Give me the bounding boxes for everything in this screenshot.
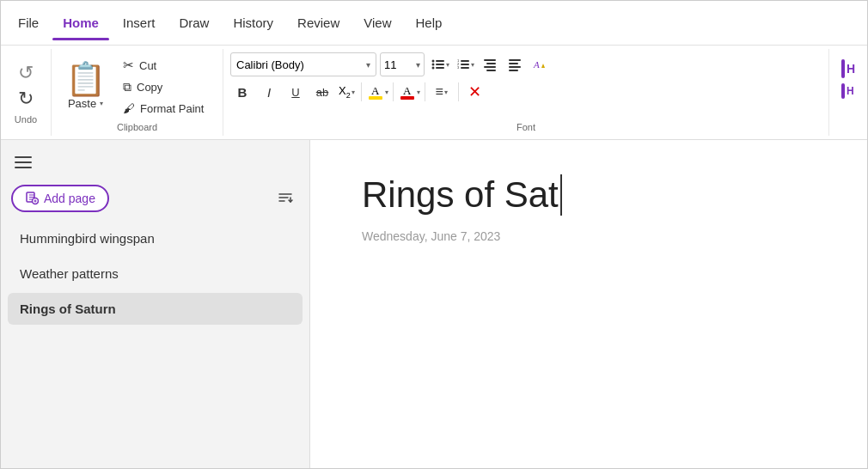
font-size-select[interactable]: 11 ▾ xyxy=(380,52,425,76)
hamburger-button[interactable] xyxy=(11,150,35,174)
format-paint-label: Format Paint xyxy=(140,102,204,115)
cut-label: Cut xyxy=(139,59,156,72)
title-row: Rings of Sat xyxy=(362,174,816,222)
numbered-list-button[interactable]: 1 2 3 ▾ xyxy=(453,52,477,76)
heading1-label: H xyxy=(847,62,855,76)
svg-rect-19 xyxy=(509,70,518,71)
menu-review[interactable]: Review xyxy=(287,10,350,35)
sort-icon xyxy=(277,190,294,207)
undo-button[interactable]: ↺ xyxy=(11,61,40,85)
menu-view[interactable]: View xyxy=(353,10,401,35)
font-label: Font xyxy=(517,122,535,132)
ribbon: ↺ ↻ Undo 📋 Paste ▾ ✂ Cut ⧉ Copy 🖌 Form xyxy=(1,46,867,140)
paste-label: Paste xyxy=(68,97,96,110)
align-arrow[interactable]: ▾ xyxy=(444,88,448,96)
paste-button[interactable]: 📋 Paste ▾ xyxy=(58,54,113,119)
svg-rect-13 xyxy=(486,63,496,64)
align-button[interactable]: ≡ ▾ xyxy=(430,80,454,104)
svg-rect-12 xyxy=(484,59,496,61)
copy-label: Copy xyxy=(137,81,162,94)
clipboard-group: 📋 Paste ▾ ✂ Cut ⧉ Copy 🖌 Format Paint Cl… xyxy=(52,49,223,136)
font-separator-3 xyxy=(425,82,425,101)
redo-button[interactable]: ↻ xyxy=(11,87,40,111)
bullet-list-arrow[interactable]: ▾ xyxy=(446,61,449,69)
font-group: Calibri (Body) ▾ 11 ▾ xyxy=(223,49,829,136)
below-ribbon: Add page Hummingbird wingspan Weather pa… xyxy=(1,140,867,469)
clipboard-actions: ✂ Cut ⧉ Copy 🖌 Format Paint xyxy=(118,54,209,119)
bold-button[interactable]: B xyxy=(230,80,254,104)
font-color-bar xyxy=(400,96,414,100)
bullet-list-button[interactable]: ▾ xyxy=(428,52,452,76)
italic-button[interactable]: I xyxy=(257,80,281,104)
text-style-button[interactable]: A xyxy=(528,52,552,76)
numbered-list-arrow[interactable]: ▾ xyxy=(471,61,474,69)
svg-point-0 xyxy=(431,60,434,63)
copy-button[interactable]: ⧉ Copy xyxy=(118,77,209,97)
svg-rect-3 xyxy=(436,64,444,65)
menu-draw[interactable]: Draw xyxy=(168,10,219,35)
hamburger-line-1 xyxy=(15,156,32,158)
add-page-icon xyxy=(25,192,39,205)
undo-label: Undo xyxy=(15,114,37,125)
add-page-button[interactable]: Add page xyxy=(11,185,109,212)
highlight-arrow[interactable]: ▾ xyxy=(385,88,388,96)
subscript-button[interactable]: X2 ▾ xyxy=(337,82,357,101)
font-color-icon: A xyxy=(398,84,417,100)
subscript-icon: X2 xyxy=(339,84,351,100)
cut-button[interactable]: ✂ Cut xyxy=(118,55,209,76)
font-size-value: 11 xyxy=(384,58,396,71)
page-item-hummingbird[interactable]: Hummingbird wingspan xyxy=(8,222,303,254)
font-color-arrow[interactable]: ▾ xyxy=(417,88,420,96)
underline-button[interactable]: U xyxy=(284,80,308,104)
svg-text:A: A xyxy=(533,59,540,70)
cut-icon: ✂ xyxy=(123,58,134,73)
hamburger-line-3 xyxy=(15,167,32,168)
bullet-list-icon xyxy=(431,58,445,71)
main-content: Rings of Sat Wednesday, June 7, 2023 xyxy=(310,140,867,469)
menu-history[interactable]: History xyxy=(223,10,284,35)
font-color-button[interactable]: A ▾ xyxy=(398,84,420,100)
svg-text:3: 3 xyxy=(457,65,460,70)
heading1-bar xyxy=(841,59,845,78)
sidebar: Add page Hummingbird wingspan Weather pa… xyxy=(1,140,310,469)
heading2-bar xyxy=(841,83,845,99)
font-family-select[interactable]: Calibri (Body) ▾ xyxy=(230,52,376,76)
undo-group: ↺ ↻ Undo xyxy=(1,49,52,136)
heading1-button[interactable]: H xyxy=(838,58,859,80)
font-family-value: Calibri (Body) xyxy=(236,58,304,71)
indent-decrease-button[interactable] xyxy=(503,52,527,76)
strikethrough-button[interactable]: ab xyxy=(310,80,334,104)
paste-label-row: Paste ▾ xyxy=(68,97,103,110)
heading2-label: H xyxy=(847,85,854,97)
svg-rect-5 xyxy=(436,67,444,69)
highlight-button[interactable]: A ▾ xyxy=(366,84,388,100)
svg-point-4 xyxy=(431,67,434,70)
page-item-rings[interactable]: Rings of Saturn xyxy=(8,293,303,325)
svg-rect-7 xyxy=(461,60,469,62)
menu-insert[interactable]: Insert xyxy=(113,10,166,35)
svg-rect-17 xyxy=(509,63,518,64)
sort-button[interactable] xyxy=(272,185,299,212)
highlight-color-bar xyxy=(369,96,382,100)
font-size-arrow: ▾ xyxy=(416,60,420,70)
page-item-weather[interactable]: Weather patterns xyxy=(8,258,303,289)
numbered-list-icon: 1 2 3 xyxy=(456,58,470,71)
page-title[interactable]: Rings of Sat xyxy=(362,174,562,216)
heading-buttons: H H xyxy=(834,52,862,106)
menu-help[interactable]: Help xyxy=(406,10,453,35)
menu-file[interactable]: File xyxy=(8,10,49,35)
paste-dropdown-arrow[interactable]: ▾ xyxy=(100,100,103,107)
subscript-arrow[interactable]: ▾ xyxy=(351,88,355,96)
heading2-button[interactable]: H xyxy=(838,82,859,100)
menu-home[interactable]: Home xyxy=(52,10,109,35)
indent-increase-button[interactable] xyxy=(478,52,502,76)
format-paint-button[interactable]: 🖌 Format Paint xyxy=(118,99,209,118)
clear-format-button[interactable]: ✕ xyxy=(463,80,487,104)
svg-rect-14 xyxy=(484,66,496,68)
font-row1: Calibri (Body) ▾ 11 ▾ xyxy=(230,52,822,76)
format-paint-icon: 🖌 xyxy=(123,101,135,115)
svg-rect-18 xyxy=(509,66,521,68)
font-separator-2 xyxy=(393,82,394,101)
font-separator-1 xyxy=(361,82,362,101)
svg-rect-15 xyxy=(486,70,496,71)
